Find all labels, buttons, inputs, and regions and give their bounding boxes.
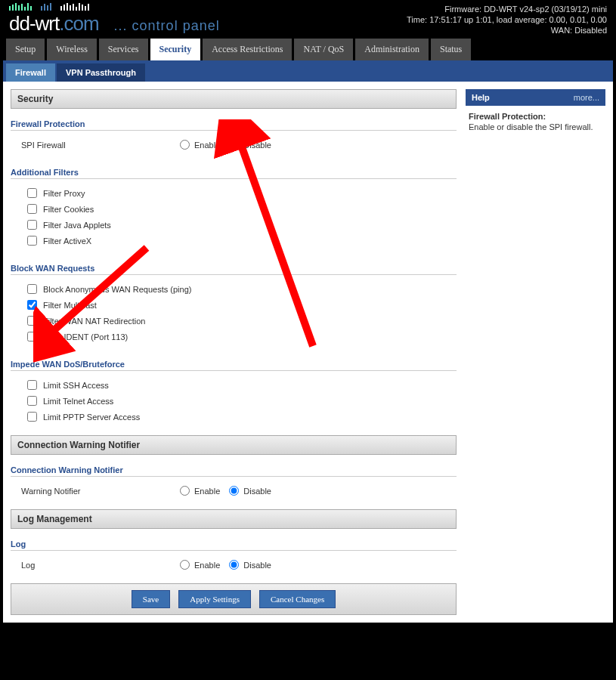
- warn-enable-label[interactable]: Enable: [194, 487, 220, 496]
- block-anon-checkbox[interactable]: [27, 284, 37, 294]
- sub-tabs: Firewall VPN Passthrough: [3, 60, 613, 82]
- filter-java-checkbox[interactable]: [27, 220, 37, 230]
- section-impede: Impede WAN DoS/Bruteforce: [11, 360, 457, 371]
- filter-ident-label: Filter IDENT (Port 113): [43, 332, 128, 342]
- block-anon-label: Block Anonymous WAN Requests (ping): [43, 285, 191, 294]
- section-additional-filters: Additional Filters: [11, 168, 457, 179]
- subtab-vpn-passthrough[interactable]: VPN Passthrough: [57, 63, 145, 82]
- limit-pptp-checkbox[interactable]: [27, 412, 37, 422]
- warn-disable-label[interactable]: Disable: [243, 487, 271, 496]
- filter-proxy-checkbox[interactable]: [27, 188, 37, 198]
- panel-cwn-title: Connection Warning Notifier: [11, 435, 457, 455]
- logo-text: dd-wrt.com: [9, 12, 99, 36]
- warning-notifier-label: Warning Notifier: [21, 487, 180, 496]
- main-panel: Security Firewall Protection SPI Firewal…: [11, 89, 457, 615]
- filter-cookies-checkbox[interactable]: [27, 204, 37, 214]
- help-panel: Help more... Firewall Protection: Enable…: [466, 89, 605, 615]
- section-cwn: Connection Warning Notifier: [11, 465, 457, 477]
- tab-status[interactable]: Status: [431, 39, 471, 60]
- tab-services[interactable]: Services: [99, 39, 148, 60]
- spi-enable-radio[interactable]: [180, 140, 190, 150]
- section-block-wan: Block WAN Requests: [11, 264, 457, 275]
- limit-telnet-checkbox[interactable]: [27, 396, 37, 406]
- tab-administration[interactable]: Administration: [355, 39, 429, 60]
- firmware-line: Firmware: DD-WRT v24-sp2 (03/19/12) mini: [407, 4, 607, 14]
- panel-log-title: Log Management: [11, 509, 457, 529]
- button-bar: Save Apply Settings Cancel Changes: [11, 583, 457, 615]
- filter-nat-checkbox[interactable]: [27, 316, 37, 326]
- tab-nat-qos[interactable]: NAT / QoS: [294, 39, 353, 60]
- log-disable-radio[interactable]: [229, 560, 239, 570]
- filter-multicast-checkbox[interactable]: [27, 300, 37, 310]
- spi-firewall-label: SPI Firewall: [21, 141, 180, 150]
- header: dd-wrt.com ... control panel Firmware: D…: [3, 3, 613, 39]
- log-label: Log: [21, 561, 180, 570]
- filter-multicast-label: Filter Multicast: [43, 301, 97, 310]
- section-firewall-protection: Firewall Protection: [11, 119, 457, 131]
- logo: dd-wrt.com ... control panel: [9, 3, 220, 36]
- help-more-link[interactable]: more...: [574, 93, 599, 102]
- panel-security-title: Security: [11, 89, 457, 109]
- save-button[interactable]: Save: [132, 590, 170, 608]
- filter-activex-checkbox[interactable]: [27, 236, 37, 246]
- limit-ssh-label: Limit SSH Access: [43, 381, 109, 390]
- spi-enable-label[interactable]: Enable: [194, 141, 220, 150]
- status-block: Firmware: DD-WRT v24-sp2 (03/19/12) mini…: [407, 4, 607, 36]
- limit-telnet-label: Limit Telnet Access: [43, 397, 113, 406]
- log-disable-label[interactable]: Disable: [243, 561, 271, 570]
- tab-setup[interactable]: Setup: [6, 39, 45, 60]
- filter-cookies-label: Filter Cookies: [43, 205, 94, 214]
- help-title: Help: [472, 93, 490, 102]
- spi-disable-label[interactable]: Disable: [243, 141, 271, 150]
- tab-access-restrictions[interactable]: Access Restrictions: [203, 39, 292, 60]
- section-log: Log: [11, 539, 457, 551]
- subtab-firewall[interactable]: Firewall: [6, 63, 55, 82]
- help-heading: Firewall Protection:: [469, 112, 602, 121]
- filter-nat-label: Filter WAN NAT Redirection: [43, 317, 146, 326]
- control-panel-label: ... control panel: [114, 18, 220, 34]
- filter-proxy-label: Filter Proxy: [43, 189, 85, 198]
- help-text: Enable or disable the SPI firewall.: [469, 122, 593, 131]
- warn-enable-radio[interactable]: [180, 486, 190, 496]
- filter-activex-label: Filter ActiveX: [43, 236, 91, 246]
- log-enable-radio[interactable]: [180, 560, 190, 570]
- spi-disable-radio[interactable]: [229, 140, 239, 150]
- logo-bars-icon: [9, 3, 220, 11]
- limit-pptp-label: Limit PPTP Server Access: [43, 413, 140, 422]
- filter-ident-checkbox[interactable]: [27, 332, 37, 342]
- tab-security[interactable]: Security: [150, 39, 201, 60]
- wan-line: WAN: Disabled: [407, 25, 607, 36]
- log-enable-label[interactable]: Enable: [194, 561, 220, 570]
- apply-settings-button[interactable]: Apply Settings: [178, 590, 251, 608]
- limit-ssh-checkbox[interactable]: [27, 380, 37, 390]
- cancel-changes-button[interactable]: Cancel Changes: [259, 590, 336, 608]
- filter-java-label: Filter Java Applets: [43, 221, 111, 230]
- time-line: Time: 17:51:17 up 1:01, load average: 0.…: [407, 14, 607, 25]
- tab-wireless[interactable]: Wireless: [47, 39, 97, 60]
- warn-disable-radio[interactable]: [229, 486, 239, 496]
- main-tabs: Setup Wireless Services Security Access …: [3, 39, 613, 60]
